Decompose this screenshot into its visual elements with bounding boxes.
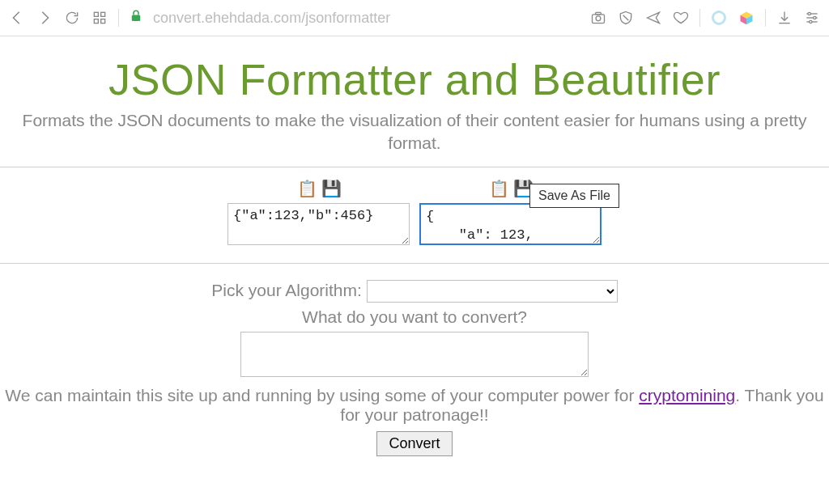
send-icon[interactable] xyxy=(644,9,662,27)
download-icon[interactable] xyxy=(776,9,793,27)
convert-button[interactable]: Convert xyxy=(376,431,452,456)
output-tools: 📋 💾 xyxy=(489,180,533,200)
page-subtitle: Formats the JSON documents to make the v… xyxy=(0,109,829,155)
cryptomining-link[interactable]: cryptomining xyxy=(639,386,735,404)
circle-icon[interactable] xyxy=(710,9,728,27)
toolbar-separator xyxy=(765,9,766,27)
svg-rect-2 xyxy=(94,19,98,23)
input-tools: 📋 💾 xyxy=(297,180,341,200)
svg-line-8 xyxy=(623,15,629,21)
apps-grid-icon[interactable] xyxy=(91,9,108,27)
heart-icon[interactable] xyxy=(672,9,690,27)
settings-sliders-icon[interactable] xyxy=(803,9,821,27)
back-button[interactable] xyxy=(8,9,26,27)
algorithm-select[interactable] xyxy=(367,280,618,303)
cube-icon[interactable] xyxy=(738,9,755,27)
page-title: JSON Formatter and Beautifier xyxy=(0,54,829,104)
svg-point-19 xyxy=(814,16,816,19)
json-input[interactable] xyxy=(227,203,410,245)
svg-rect-1 xyxy=(101,12,105,16)
svg-rect-3 xyxy=(101,19,105,23)
svg-point-20 xyxy=(810,20,812,23)
toolbar-separator xyxy=(118,9,119,27)
clipboard-icon[interactable]: 📋 xyxy=(489,180,508,200)
json-output[interactable] xyxy=(419,203,602,245)
svg-point-6 xyxy=(596,16,601,21)
svg-point-18 xyxy=(808,12,810,15)
svg-rect-7 xyxy=(596,12,602,15)
input-panel: 📋 💾 xyxy=(227,180,410,245)
lower-form: Pick your Algorithm: What do you want to… xyxy=(0,264,829,461)
browser-toolbar: convert.ehehdada.com/jsonformatter xyxy=(0,0,829,36)
clipboard-icon[interactable]: 📋 xyxy=(297,180,317,200)
toolbar-separator xyxy=(699,9,700,27)
shield-icon[interactable] xyxy=(617,9,635,27)
forward-button[interactable] xyxy=(36,9,53,27)
wish-textarea[interactable] xyxy=(240,332,589,377)
url-path: /jsonformatter xyxy=(301,10,390,26)
output-panel: 📋 💾 Save As File xyxy=(419,180,602,245)
svg-marker-9 xyxy=(648,12,660,23)
address-bar[interactable]: convert.ehehdada.com/jsonformatter xyxy=(129,9,580,28)
footer-text-before: We can maintain this site up and running… xyxy=(5,386,639,404)
converter-area: 📋 💾 📋 💾 Save As File xyxy=(0,167,829,263)
lock-icon xyxy=(129,9,143,28)
chrome-divider xyxy=(0,36,829,36)
camera-icon[interactable] xyxy=(589,9,607,27)
save-icon[interactable]: 💾 xyxy=(321,180,341,200)
algo-label: Pick your Algorithm: xyxy=(211,280,362,299)
svg-rect-0 xyxy=(94,12,98,16)
footer-note: We can maintain this site up and running… xyxy=(0,386,829,425)
svg-rect-4 xyxy=(132,15,141,21)
reload-button[interactable] xyxy=(63,9,81,27)
save-tooltip: Save As File xyxy=(529,184,619,208)
wish-label: What do you want to convert? xyxy=(302,307,527,326)
url-text: convert.ehehdada.com/jsonformatter xyxy=(153,10,390,27)
url-host: convert.ehehdada.com xyxy=(153,10,301,26)
